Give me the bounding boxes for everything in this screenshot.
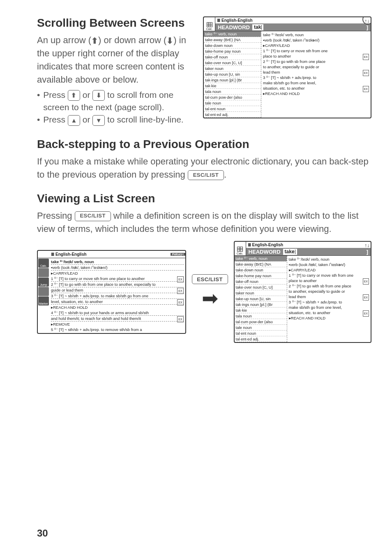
search-input[interactable]: take	[283, 249, 297, 255]
list-item[interactable]: tak·kie	[204, 83, 261, 89]
definition-preview: take ⁰⁻/teɪk/ verb, noun ▪verb (took /tʊ…	[287, 256, 371, 342]
esc-list-key-icon: ESC/LIST	[188, 170, 224, 180]
ex-tag: EX	[363, 86, 369, 92]
up-arrow-icon: ⬆	[91, 35, 98, 47]
list-item[interactable]: tal·ent noun	[235, 331, 287, 336]
calc-icon: Calc.	[235, 242, 246, 255]
list-item[interactable]: take·away (BrE) (NA	[204, 37, 261, 43]
list-item[interactable]: take-home pay noun	[235, 273, 287, 279]
search-input[interactable]: tak	[252, 24, 263, 30]
headword-label: HEADWORD	[249, 249, 281, 255]
dict-lines-icon: ≣	[51, 252, 54, 257]
sideicon-2[interactable]	[38, 268, 49, 277]
list-item[interactable]: take-up noun [U, sin	[204, 72, 261, 77]
list-item[interactable]: tak·ings noun [pl.] (Br	[235, 302, 287, 308]
line-up-key-icon: ▲	[68, 115, 80, 126]
bullet-line-scroll: • Press ▲ or ▼ to scroll line-by-line.	[37, 113, 196, 126]
list-item[interactable]: take-up noun [U, sin	[235, 296, 287, 302]
list-item[interactable]: taker noun	[235, 290, 287, 296]
list-item[interactable]: take ⁰⁻ verb, noun	[235, 256, 287, 261]
jump-sideicon[interactable]: Jump	[38, 278, 49, 287]
list-item[interactable]: take-off noun	[235, 279, 287, 285]
line-down-key-icon: ▼	[92, 115, 105, 126]
bullet-page-scroll: • Press ⬆ or ⬇ to scroll from one screen…	[37, 89, 196, 114]
list-item[interactable]: take ⁰⁻ verb, noun	[204, 31, 261, 37]
ex-tag: EX	[363, 54, 369, 60]
side-toolbar: Calc. Jump Marker	[38, 258, 49, 333]
b2-c: to scroll line-by-line.	[107, 115, 184, 124]
b1-b: or	[83, 90, 93, 99]
list-item[interactable]: take-home pay noun	[204, 49, 261, 54]
list-item[interactable]: take·over noun [C, U]	[204, 60, 261, 66]
b1-a: Press	[43, 90, 68, 99]
ex-tag: EX	[363, 70, 369, 76]
dict-label: English-English	[252, 243, 284, 247]
intro-mid: ) or down arrow (	[98, 35, 166, 45]
dict-label: English-English	[221, 18, 253, 23]
list-item[interactable]: tal·ent·ed adj.	[235, 336, 287, 342]
scroll-indicator-icon: ↑↓	[364, 243, 369, 248]
right-arrow-icon: ➡	[202, 287, 218, 310]
esc-list-key-icon: ESC/LIST	[192, 274, 228, 284]
list-item[interactable]: tak·kie	[235, 308, 287, 313]
down-arrow-icon: ⬇	[166, 35, 173, 47]
entry-list-left[interactable]: take ⁰⁻ verb, nountake·away (BrE) (NAtak…	[235, 256, 287, 342]
heading-list-screen: Viewing a List Screen	[37, 192, 371, 205]
list-item[interactable]: take·down noun	[235, 267, 287, 273]
list-item[interactable]: tale noun	[204, 100, 261, 106]
list-item[interactable]: take·away (BrE) (NA	[235, 261, 287, 267]
headword-label: HEADWORD	[218, 24, 250, 30]
list-item[interactable]: tal·cum pow·der (also	[204, 95, 261, 100]
page-number: 30	[37, 528, 48, 539]
dict-lines-icon: ≣	[248, 243, 251, 247]
heading-scrolling: Scrolling Between Screens	[37, 16, 196, 30]
scrolling-intro: An up arrow (⬆) or down arrow (⬇) in the…	[37, 34, 196, 86]
list-screen-text: Pressing ESC/LIST while a definition scr…	[37, 209, 371, 236]
list-screen-figure-2: Calc. ≣ English-English HEADWORD take ] …	[234, 241, 371, 343]
list-item[interactable]: tale noun	[235, 325, 287, 331]
list-item[interactable]: tala noun	[204, 89, 261, 95]
calc-label: Calc.	[237, 252, 243, 255]
dict-label: English-English	[55, 252, 87, 257]
list-item[interactable]: tal·cum pow·der (also	[235, 319, 287, 325]
esc-list-key-icon: ESC/LIST	[75, 211, 111, 221]
list-item[interactable]: take·down noun	[204, 43, 261, 49]
backstep-text: If you make a mistake while operating yo…	[37, 155, 371, 181]
list-item[interactable]: tal·ent noun	[204, 106, 261, 112]
definition-screen-figure: ≣ English-English PHRASE ↓ Calc. Jump Ma…	[37, 250, 186, 334]
list-item[interactable]: tala noun	[235, 313, 287, 319]
intro-pre: An up arrow (	[37, 35, 91, 45]
scroll-down-indicator-icon: ↓	[182, 251, 184, 257]
calc-label: Calc.	[206, 28, 213, 30]
definition-preview: take ⁰⁻/teɪk/ verb, noun ▪verb (took /tʊ…	[261, 31, 371, 118]
entry-list-left[interactable]: take ⁰⁻ verb, nountake·away (BrE) (NAtak…	[204, 31, 261, 118]
calc-icon: Calc.	[204, 17, 215, 31]
heading-backstep: Back-stepping to a Previous Operation	[37, 138, 371, 151]
marker-sideicon[interactable]: Marker	[38, 296, 49, 305]
sideicon-4[interactable]	[38, 287, 49, 296]
page-down-key-icon: ⬇	[92, 90, 105, 101]
page-up-key-icon: ⬆	[68, 90, 80, 101]
list-item[interactable]: tak·ings noun [pl.] (Br	[204, 77, 261, 83]
dict-lines-icon: ≣	[217, 18, 220, 23]
b2-b: or	[83, 115, 93, 124]
list-item[interactable]: take·over noun [C, U]	[235, 285, 287, 290]
list-item[interactable]: tal·ent·ed adj.	[204, 112, 261, 118]
list-item[interactable]: take-off noun	[204, 54, 261, 60]
b2-a: Press	[43, 115, 68, 124]
definition-body: take ⁰⁻/teɪk/ verb, noun ▪verb (took /tʊ…	[49, 258, 185, 333]
transition-indicator: ESC/LIST ➡	[192, 274, 228, 310]
list-item[interactable]: taker noun	[204, 66, 261, 72]
list-screen-figure: Calc. ≣ English-English HEADWORD tak ] ↑…	[203, 16, 371, 118]
calc-sideicon[interactable]: Calc.	[38, 259, 49, 268]
